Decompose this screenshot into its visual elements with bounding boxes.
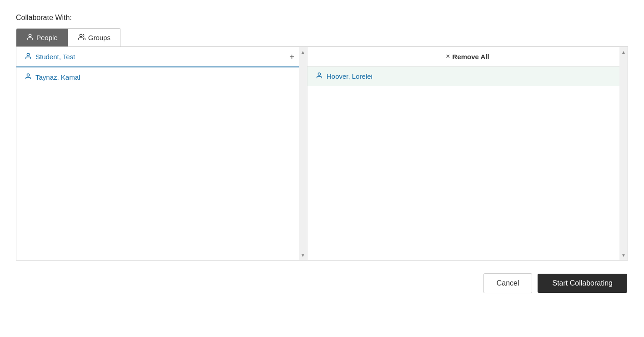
remove-all-button[interactable]: × Remove All	[446, 52, 489, 61]
person-icon	[25, 52, 32, 61]
left-scroll-area[interactable]: Student, Test + Taynaz, Kamal	[16, 47, 307, 260]
person-icon	[316, 72, 323, 81]
groups-icon	[78, 33, 86, 42]
scroll-up-arrow[interactable]: ▲	[619, 48, 628, 56]
person-name: Student, Test	[35, 53, 75, 61]
add-icon[interactable]: +	[289, 52, 294, 61]
right-list-item[interactable]: Hoover, Lorelei	[307, 66, 628, 86]
left-panel: Student, Test + Taynaz, Kamal ▲	[16, 47, 307, 260]
right-panel: × Remove All Hoover, Lorelei	[307, 47, 628, 260]
list-item[interactable]: Student, Test +	[16, 47, 307, 67]
tab-groups-label: Groups	[88, 34, 111, 41]
people-icon	[26, 33, 34, 42]
right-scrollbar: ▲ ▼	[619, 47, 628, 260]
person-name: Taynaz, Kamal	[35, 73, 80, 81]
collaborate-with-label: Collaborate With:	[16, 14, 628, 22]
start-collaborating-button[interactable]: Start Collaborating	[538, 274, 627, 293]
person-icon	[25, 73, 32, 82]
tab-people[interactable]: People	[16, 29, 68, 46]
right-header: × Remove All	[307, 47, 628, 66]
svg-point-2	[27, 53, 29, 56]
scroll-up-arrow[interactable]: ▲	[299, 48, 307, 56]
left-scrollbar: ▲ ▼	[299, 47, 307, 260]
scroll-down-arrow[interactable]: ▼	[619, 251, 628, 259]
tab-people-label: People	[36, 34, 58, 41]
right-scroll-area[interactable]: Hoover, Lorelei	[307, 66, 628, 260]
svg-point-3	[27, 74, 29, 76]
main-panel: Student, Test + Taynaz, Kamal ▲	[16, 46, 628, 260]
cancel-button[interactable]: Cancel	[483, 273, 533, 293]
tabs-container: People Groups	[16, 28, 121, 46]
svg-point-0	[29, 34, 31, 36]
actions-row: Cancel Start Collaborating	[16, 273, 628, 293]
scroll-down-arrow[interactable]: ▼	[299, 251, 307, 259]
list-item[interactable]: Taynaz, Kamal	[16, 67, 307, 87]
tab-groups[interactable]: Groups	[68, 29, 121, 46]
svg-point-1	[80, 34, 82, 36]
remove-all-label: Remove All	[453, 53, 489, 61]
remove-x-icon: ×	[446, 52, 450, 61]
person-name: Hoover, Lorelei	[327, 72, 372, 80]
svg-point-4	[318, 73, 320, 75]
